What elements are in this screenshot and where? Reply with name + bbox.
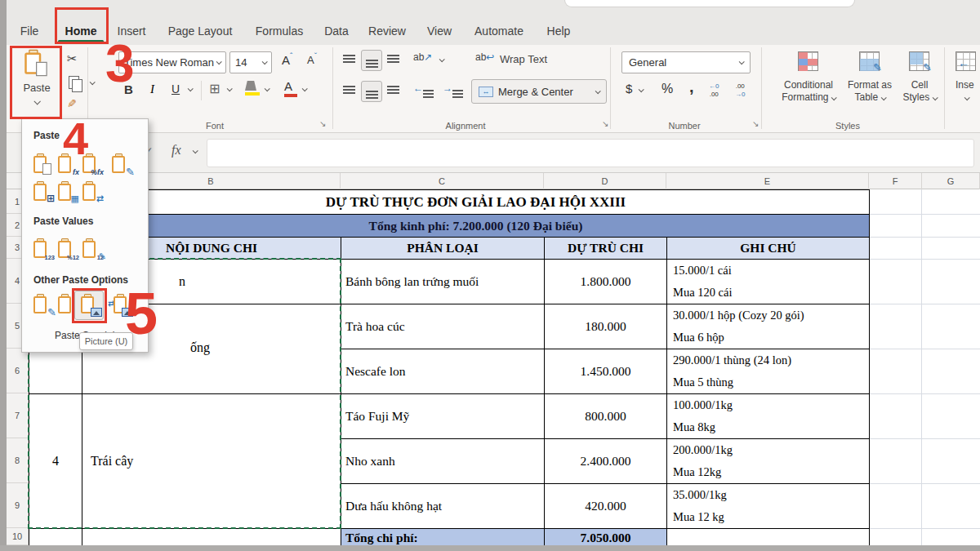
font-color-chevron[interactable] bbox=[302, 86, 308, 91]
item-cell[interactable]: Trà hoa cúc bbox=[341, 304, 545, 349]
increase-decimal-button[interactable]: ←0 .00 bbox=[709, 82, 719, 98]
note-line[interactable]: 100.000/1kg bbox=[673, 394, 869, 416]
formula-input[interactable] bbox=[207, 139, 974, 167]
fx-icon[interactable]: fx bbox=[172, 143, 181, 158]
column-header-g[interactable]: G bbox=[922, 173, 980, 189]
total-amount-cell[interactable]: 7.050.000 bbox=[545, 529, 667, 546]
search-box[interactable] bbox=[564, 0, 855, 7]
italic-button[interactable]: I bbox=[150, 82, 154, 96]
cell-styles-button[interactable]: ✎ Cell Styles bbox=[897, 50, 942, 115]
align-left-button[interactable] bbox=[343, 86, 355, 87]
align-middle-button[interactable] bbox=[361, 50, 382, 71]
note-line[interactable]: Mua 12 kg bbox=[673, 506, 869, 528]
merge-center-button[interactable]: ↔ Merge & Center bbox=[471, 79, 607, 104]
header-cell-ghi-chu[interactable]: GHI CHÚ bbox=[667, 238, 869, 260]
header-cell-phan-loai[interactable]: PHÂN LOẠI bbox=[341, 238, 545, 260]
paste-option-no-borders-icon[interactable]: ⊞ bbox=[32, 181, 53, 202]
note-line[interactable]: 200.000/1kg bbox=[673, 439, 869, 461]
row-header-8[interactable]: 8 bbox=[7, 438, 29, 483]
paste-formatting-icon[interactable]: ✎ bbox=[32, 294, 53, 315]
column-header-d[interactable]: D bbox=[544, 173, 666, 189]
wrap-text-button[interactable]: Wrap Text bbox=[500, 53, 547, 65]
note-line[interactable]: 35.000/1kg bbox=[673, 484, 869, 506]
amount-cell[interactable]: 1.450.000 bbox=[545, 349, 667, 394]
orientation-button[interactable]: ab↗ bbox=[413, 51, 432, 63]
note-line[interactable]: Mua 8kg bbox=[673, 416, 869, 438]
align-right-button[interactable] bbox=[387, 86, 399, 87]
font-name-combobox[interactable]: Times New Roman bbox=[118, 51, 226, 73]
empty-cell[interactable] bbox=[82, 529, 341, 546]
currency-chevron[interactable] bbox=[639, 87, 644, 92]
row-header-7[interactable]: 7 bbox=[7, 393, 29, 438]
note-line[interactable]: 290.000/1 thùng (24 lon) bbox=[673, 349, 869, 371]
tab-help[interactable]: Help bbox=[544, 23, 574, 39]
empty-cell[interactable] bbox=[29, 529, 82, 546]
paste-option-column-widths-icon[interactable]: ▦ bbox=[56, 181, 78, 202]
tab-formulas[interactable]: Formulas bbox=[252, 23, 306, 39]
item-cell[interactable]: Nescafe lon bbox=[341, 349, 545, 394]
align-bottom-button[interactable] bbox=[387, 55, 399, 56]
align-top-button[interactable] bbox=[343, 55, 355, 56]
column-header-e[interactable]: E bbox=[666, 173, 869, 189]
category-number-cell[interactable]: 4 bbox=[29, 394, 82, 529]
tab-page-layout[interactable]: Page Layout bbox=[165, 23, 236, 39]
note-line[interactable]: Mua 120 cái bbox=[673, 282, 869, 304]
table-title-cell[interactable]: DỰ TRÙ THỰC ĐƠN GIẢI LAO ĐẠI HỘI XXIII bbox=[29, 190, 869, 215]
note-line[interactable]: 30.000/1 hộp (Cozy 20 gói) bbox=[673, 304, 869, 327]
tab-file[interactable]: File bbox=[17, 23, 42, 39]
paste-option-transpose-icon[interactable]: ⇄ bbox=[81, 181, 102, 202]
number-format-combobox[interactable]: General bbox=[621, 51, 751, 73]
underline-chevron[interactable] bbox=[188, 86, 194, 91]
note-line[interactable]: 15.000/1 cái bbox=[673, 260, 869, 282]
fx-chevron[interactable] bbox=[193, 148, 198, 153]
tab-review[interactable]: Review bbox=[365, 23, 409, 39]
cut-icon[interactable]: ✂ bbox=[67, 51, 78, 66]
note-line[interactable]: Mua 12kg bbox=[673, 461, 869, 483]
note-line[interactable]: Mua 5 thùng bbox=[673, 371, 869, 393]
fill-color-chevron[interactable] bbox=[265, 86, 270, 91]
column-header-c[interactable]: C bbox=[341, 173, 544, 189]
item-cell[interactable]: Táo Fuji Mỹ bbox=[341, 394, 545, 439]
total-label-cell[interactable]: Tổng chi phí: bbox=[341, 529, 545, 546]
grow-font-button[interactable]: Aˆ bbox=[282, 52, 292, 67]
copy-icon[interactable] bbox=[69, 76, 79, 89]
font-color-icon[interactable]: A bbox=[284, 79, 297, 97]
paste-values-source-formatting-icon[interactable]: 12✎ bbox=[81, 238, 102, 260]
paste-values-number-formatting-icon[interactable]: %12 bbox=[56, 238, 78, 260]
table-subtitle-cell[interactable]: Tổng kinh phí: 7.200.000 (120 Đại biểu) bbox=[29, 215, 869, 238]
tab-automate[interactable]: Automate bbox=[471, 23, 527, 39]
align-center-button[interactable] bbox=[361, 81, 382, 102]
row-header-9[interactable]: 9 bbox=[7, 483, 29, 528]
empty-cell[interactable] bbox=[667, 529, 869, 546]
shrink-font-button[interactable]: Aˇ bbox=[307, 52, 317, 66]
copy-chevron[interactable] bbox=[90, 79, 96, 85]
amount-cell[interactable]: 1.800.000 bbox=[545, 260, 667, 304]
increase-indent-button[interactable]: → bbox=[443, 82, 463, 94]
currency-button[interactable]: $ bbox=[626, 82, 632, 96]
format-as-table-button[interactable]: ✎ Format as Table bbox=[841, 50, 898, 115]
amount-cell[interactable]: 420.000 bbox=[545, 484, 667, 529]
paste-option-keep-source-icon[interactable] bbox=[32, 153, 53, 175]
item-cell[interactable]: Nho xanh bbox=[341, 439, 545, 484]
category-name-cell[interactable]: Trái cây bbox=[82, 394, 341, 529]
format-painter-icon[interactable]: ✎ bbox=[67, 97, 77, 110]
borders-chevron[interactable] bbox=[227, 86, 233, 91]
decrease-indent-button[interactable]: ← bbox=[413, 82, 434, 94]
font-size-combobox[interactable]: 14 bbox=[229, 51, 272, 73]
note-line[interactable]: Mua 6 hộp bbox=[673, 327, 869, 349]
insert-cells-button[interactable]: ← Inse bbox=[951, 50, 980, 115]
row-header-6[interactable]: 6 bbox=[7, 349, 29, 393]
underline-button[interactable]: U bbox=[172, 82, 180, 96]
tab-data[interactable]: Data bbox=[321, 23, 352, 39]
tab-view[interactable]: View bbox=[424, 23, 455, 39]
decrease-decimal-button[interactable]: .00 →0 bbox=[735, 82, 745, 98]
conditional-formatting-button[interactable]: Conditional Formatting bbox=[774, 50, 843, 115]
number-dialog-launcher[interactable]: ↘ bbox=[752, 119, 759, 128]
fill-color-icon[interactable] bbox=[245, 81, 260, 96]
amount-cell[interactable]: 180.000 bbox=[545, 304, 667, 349]
header-cell-du-tru-chi[interactable]: DỰ TRÙ CHI bbox=[545, 238, 667, 260]
item-cell[interactable]: Dưa hấu không hạt bbox=[341, 484, 545, 529]
amount-cell[interactable]: 800.000 bbox=[545, 394, 667, 439]
comma-button[interactable]: , bbox=[689, 78, 694, 96]
paste-values-icon[interactable]: 123 bbox=[32, 238, 53, 260]
